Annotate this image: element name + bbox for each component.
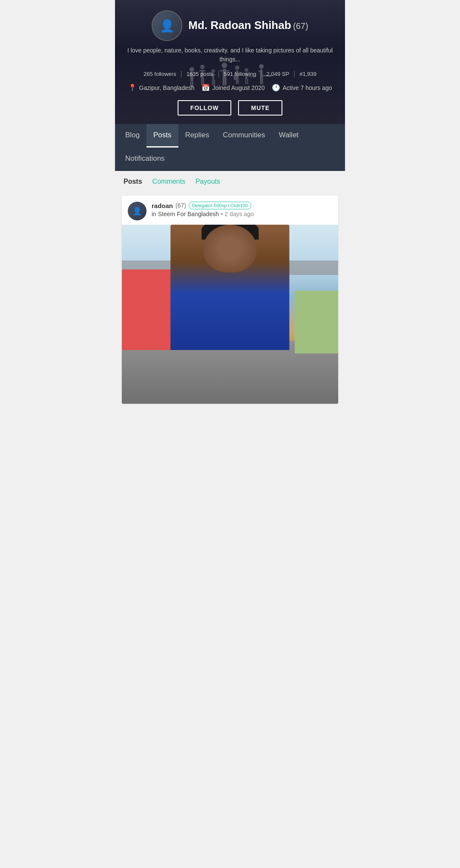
calendar-icon: 📅 <box>201 84 210 92</box>
stat-followers: 265 followers <box>139 71 181 77</box>
content-area: Posts Comments Payouts 👤 radoan (67) Del… <box>115 171 345 411</box>
avatar: 👤 <box>152 10 182 41</box>
post-image <box>122 225 338 404</box>
stat-rank: #1,939 <box>295 71 321 77</box>
sub-tab-comments[interactable]: Comments <box>152 178 185 187</box>
stat-following: 591 following <box>220 71 261 77</box>
tab-blog[interactable]: Blog <box>118 124 147 148</box>
sub-tab-posts[interactable]: Posts <box>124 178 142 187</box>
meta-joined: 📅 Joined August 2020 <box>201 84 265 92</box>
active-text: Active 7 hours ago <box>283 84 332 91</box>
tab-notifications[interactable]: Notifications <box>118 148 172 171</box>
svg-point-34 <box>259 64 264 69</box>
post-badge: Delegator-500sp l Club100 <box>189 202 251 209</box>
profile-name: Md. Radoan Shihab (67) <box>188 19 308 32</box>
clock-icon: 🕐 <box>272 84 280 92</box>
tab-communities[interactable]: Communities <box>216 124 272 148</box>
photo-scene <box>122 225 338 404</box>
meta-location: 📍 Gazipur, Bangladesh <box>128 84 195 92</box>
post-header: 👤 radoan (67) Delegator-500sp l Club100 … <box>122 196 338 225</box>
location-icon: 📍 <box>128 84 137 92</box>
post-community-line: in Steem For Bangladesh • 2 days ago <box>152 210 332 218</box>
avatar-placeholder: 👤 <box>152 11 181 40</box>
post-author-name[interactable]: radoan <box>152 202 173 209</box>
post-card: 👤 radoan (67) Delegator-500sp l Club100 … <box>122 196 338 404</box>
svg-point-6 <box>200 65 205 69</box>
profile-actions: FOLLOW MUTE <box>122 100 338 116</box>
tab-posts[interactable]: Posts <box>147 124 178 148</box>
post-author-rep: (67) <box>175 202 186 209</box>
tab-wallet[interactable]: Wallet <box>272 124 305 148</box>
photo-truck-right <box>295 291 338 353</box>
photo-face <box>203 225 257 272</box>
location-text: Gazipur, Bangladesh <box>139 84 195 91</box>
post-community[interactable]: in Steem For Bangladesh <box>152 211 219 217</box>
tab-replies[interactable]: Replies <box>178 124 216 148</box>
sub-tab-payouts[interactable]: Payouts <box>196 178 220 187</box>
profile-stats: 265 followers | 1635 posts | 591 followi… <box>122 70 338 78</box>
post-time: • 2 days ago <box>221 211 253 217</box>
profile-hero: 👤 Md. Radoan Shihab (67) I love people, … <box>115 0 345 124</box>
sub-tabs: Posts Comments Payouts <box>122 178 338 187</box>
meta-active: 🕐 Active 7 hours ago <box>272 84 332 92</box>
svg-point-24 <box>235 66 239 70</box>
profile-bio: I love people, nature, books, creativity… <box>122 46 338 64</box>
stat-sp: 2,049 SP <box>262 71 294 77</box>
stat-posts: 1635 posts <box>182 71 218 77</box>
nav-tabs: Blog Posts Replies Communities Wallet No… <box>115 124 345 171</box>
profile-meta: 📍 Gazipur, Bangladesh 📅 Joined August 20… <box>122 84 338 92</box>
follow-button[interactable]: FOLLOW <box>178 100 232 116</box>
post-author-line: radoan (67) Delegator-500sp l Club100 <box>152 202 332 209</box>
post-meta: radoan (67) Delegator-500sp l Club100 in… <box>152 202 332 218</box>
profile-name-block: Md. Radoan Shihab (67) <box>188 19 308 32</box>
post-avatar: 👤 <box>128 202 147 220</box>
mute-button[interactable]: MUTE <box>238 100 282 116</box>
joined-text: Joined August 2020 <box>213 84 265 91</box>
photo-person <box>170 225 289 350</box>
profile-top: 👤 Md. Radoan Shihab (67) <box>122 10 338 41</box>
